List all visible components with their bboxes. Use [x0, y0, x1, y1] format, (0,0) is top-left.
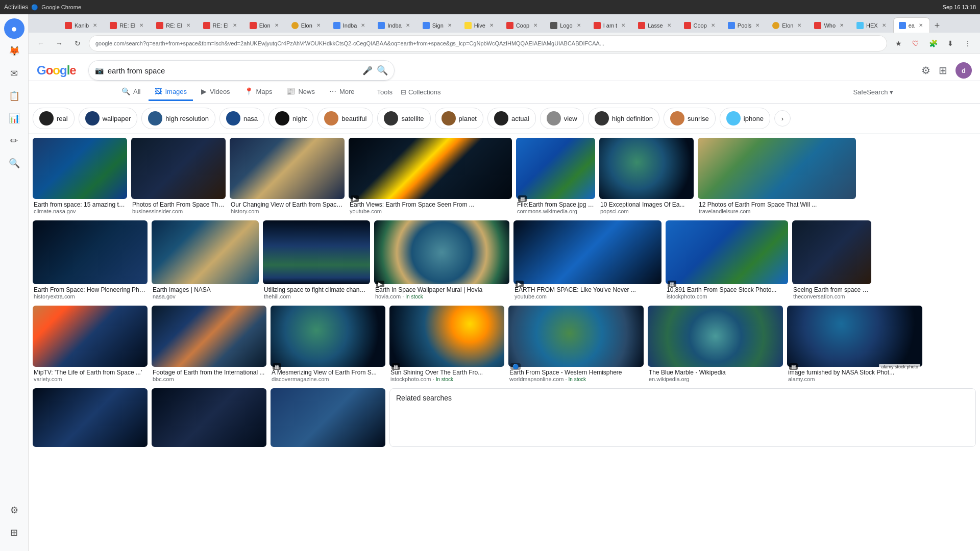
forward-button[interactable]: →: [52, 36, 66, 51]
filter-chip-actual[interactable]: actual: [487, 108, 536, 129]
filter-chip-satellite[interactable]: satellite: [377, 108, 430, 129]
bookmark-icon[interactable]: ★: [891, 36, 905, 51]
tab-hive[interactable]: Hive ✕: [459, 17, 501, 33]
google-apps-icon[interactable]: ⊞: [939, 64, 947, 77]
sidebar-settings-icon[interactable]: ⚙: [4, 500, 24, 520]
search-query-display[interactable]: earth from space: [108, 66, 358, 75]
tab-re1[interactable]: RE: El ✕: [104, 17, 151, 33]
image-card[interactable]: 12 Photos of Earth From Space That Will …: [698, 138, 856, 216]
tab-close-icon[interactable]: ✕: [404, 22, 411, 29]
filter-chip-beautiful[interactable]: beautiful: [317, 108, 373, 129]
image-card[interactable]: [152, 388, 266, 447]
camera-search-icon[interactable]: 📷: [95, 66, 104, 74]
tab-close-icon[interactable]: ✕: [138, 22, 145, 29]
filter-chip-night[interactable]: night: [268, 108, 313, 129]
image-card[interactable]: [271, 388, 385, 447]
collections-button[interactable]: ⊟ Collections: [401, 88, 441, 96]
tab-coop2[interactable]: Coop ✕: [678, 17, 722, 33]
tab-kanib[interactable]: Kanib ✕: [59, 17, 104, 33]
tab-close-icon[interactable]: ✕: [880, 22, 888, 29]
image-card[interactable]: MipTV: 'The Life of Earth from Space ...…: [33, 306, 148, 384]
image-card[interactable]: [33, 388, 148, 447]
image-card[interactable]: Our Changing View of Earth from Space ..…: [230, 138, 345, 216]
sidebar-mail-icon[interactable]: ✉: [4, 63, 24, 84]
new-tab-button[interactable]: +: [930, 18, 944, 33]
tab-close-icon[interactable]: ✕: [488, 22, 495, 29]
tab-close-icon[interactable]: ✕: [754, 22, 761, 29]
tab-who[interactable]: Who ✕: [808, 17, 851, 33]
tab-re3[interactable]: RE: El ✕: [198, 17, 244, 33]
activities-label[interactable]: Activities: [4, 4, 28, 11]
image-card[interactable]: ▦ Sun Shining Over The Earth Fro... isto…: [389, 306, 504, 384]
image-card[interactable]: ▦ A Mesmerizing View of Earth From S... …: [271, 306, 385, 384]
tab-close-icon[interactable]: ✕: [91, 22, 99, 29]
image-card[interactable]: Utilizing space to fight climate change …: [263, 220, 370, 302]
sidebar-firefox-icon[interactable]: 🦊: [4, 41, 24, 61]
image-card[interactable]: Earth From Space: How Pioneering Pho... …: [33, 220, 148, 302]
back-button[interactable]: ←: [34, 36, 48, 51]
tab-indba2[interactable]: Indba ✕: [372, 17, 417, 33]
tab-close-icon[interactable]: ✕: [709, 22, 717, 29]
tab-close-icon[interactable]: ✕: [185, 22, 192, 29]
tab-elon2[interactable]: Elon ✕: [286, 17, 328, 33]
filter-chip-highdef[interactable]: high definition: [588, 108, 659, 129]
image-card[interactable]: 10 Exceptional Images Of Ea... popsci.co…: [599, 138, 694, 216]
privacy-icon[interactable]: 🛡: [909, 36, 923, 51]
filter-chip-view[interactable]: view: [540, 108, 584, 129]
filter-next-button[interactable]: ›: [774, 110, 791, 127]
sidebar-chrome-icon[interactable]: ●: [4, 18, 24, 39]
image-card[interactable]: 🔵 Earth From Space - Western Hemisphere …: [508, 306, 644, 384]
filter-chip-nasa[interactable]: nasa: [219, 108, 264, 129]
tab-close-icon[interactable]: ✕: [359, 22, 366, 29]
settings-icon[interactable]: ⚙: [921, 64, 930, 77]
tab-news[interactable]: 📰 News: [280, 83, 321, 101]
tab-close-icon[interactable]: ✕: [917, 22, 924, 29]
image-card[interactable]: ▶ Earth In Space Wallpaper Mural | Hovia…: [374, 220, 509, 302]
tab-videos[interactable]: ▶ Videos: [195, 83, 236, 101]
tab-close-icon[interactable]: ✕: [315, 22, 322, 29]
image-card[interactable]: Photos of Earth From Space That Will ...…: [131, 138, 226, 216]
image-card[interactable]: alamy stock photo ▦ image furnished by N…: [787, 306, 922, 384]
address-bar[interactable]: google.com/search?q=earth+from+space&tbm…: [89, 35, 887, 52]
tab-maps[interactable]: 📍 Maps: [238, 83, 279, 101]
image-card[interactable]: ▶ EARTH FROM SPACE: Like You've Never ..…: [513, 220, 662, 302]
tab-all[interactable]: 🔍 All: [115, 83, 146, 101]
tab-close-icon[interactable]: ✕: [446, 22, 453, 29]
search-box[interactable]: 📷 earth from space 🎤 🔍: [88, 60, 395, 81]
downloads-icon[interactable]: ⬇: [943, 36, 958, 51]
tab-lasse[interactable]: Lasse ✕: [632, 17, 678, 33]
tab-more[interactable]: ⋯ More: [323, 83, 361, 101]
safesearch-button[interactable]: SafeSearch ▾: [853, 88, 893, 96]
tab-re2[interactable]: RE: El ✕: [151, 17, 197, 33]
filter-chip-sunrise[interactable]: sunrise: [664, 108, 716, 129]
sidebar-edit-icon[interactable]: ✏: [4, 131, 24, 151]
image-card[interactable]: ▶ Earth Views: Earth From Space Seen Fro…: [349, 138, 512, 216]
image-card[interactable]: ▦ File:Earth from Space.jpg - W... commo…: [516, 138, 595, 216]
tab-hex[interactable]: HEX ✕: [851, 17, 893, 33]
sidebar-apps-icon[interactable]: ⊞: [4, 522, 24, 543]
tab-logo[interactable]: Logo ✕: [545, 17, 587, 33]
tab-indba1[interactable]: Indba ✕: [328, 17, 373, 33]
tab-close-icon[interactable]: ✕: [838, 22, 845, 29]
tab-pools[interactable]: Pools ✕: [722, 17, 767, 33]
image-card[interactable]: ▦ 10,891 Earth From Space Stock Photo...…: [666, 220, 788, 302]
tab-iamt[interactable]: I am t ✕: [588, 17, 633, 33]
tools-button[interactable]: Tools: [371, 84, 399, 100]
image-card[interactable]: Earth Images | NASA nasa.gov: [152, 220, 259, 302]
reload-button[interactable]: ↻: [70, 36, 85, 51]
tab-close-icon[interactable]: ✕: [796, 22, 803, 29]
sidebar-tasks-icon[interactable]: 📋: [4, 86, 24, 106]
image-card[interactable]: Footage of Earth from the International …: [152, 306, 266, 384]
image-card[interactable]: Seeing Earth from space ch... theconvers…: [792, 220, 871, 302]
menu-icon[interactable]: ⋮: [961, 36, 975, 51]
tab-close-icon[interactable]: ✕: [666, 22, 673, 29]
filter-chip-highres[interactable]: high resolution: [141, 108, 215, 129]
filter-chip-planet[interactable]: planet: [435, 108, 483, 129]
tab-close-icon[interactable]: ✕: [575, 22, 582, 29]
tab-close-icon[interactable]: ✕: [273, 22, 280, 29]
image-card[interactable]: Earth from space: 15 amazing thin... cli…: [33, 138, 127, 216]
filter-chip-wallpaper[interactable]: wallpaper: [79, 108, 138, 129]
extensions-icon[interactable]: 🧩: [926, 36, 940, 51]
tab-close-icon[interactable]: ✕: [532, 22, 539, 29]
tab-elon1[interactable]: Elon ✕: [244, 17, 286, 33]
